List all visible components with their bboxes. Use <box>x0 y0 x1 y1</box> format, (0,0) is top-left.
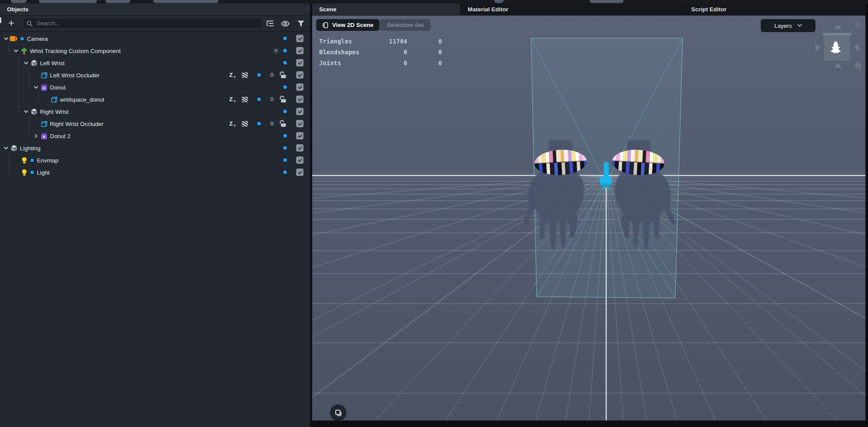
scene-object-icon <box>30 108 39 116</box>
enabled-checkbox[interactable] <box>296 144 304 152</box>
visibility-dot[interactable] <box>256 96 262 102</box>
tree-row[interactable]: Donut 2 <box>0 130 310 142</box>
visibility-dot[interactable] <box>282 48 288 53</box>
nav-cube[interactable] <box>824 35 850 61</box>
tree-row[interactable]: Camera <box>0 33 310 45</box>
component-icon <box>20 47 29 55</box>
view-2d-scene-button[interactable]: View 2D Scene <box>316 19 380 31</box>
stat-value-selected: 0 <box>407 38 442 45</box>
filter-icon[interactable] <box>296 19 306 28</box>
expand-chevron-icon[interactable] <box>32 72 40 79</box>
expand-chevron-icon[interactable] <box>32 84 40 91</box>
selection-set-button[interactable]: Selection Set <box>380 19 431 31</box>
viewport-layout-button[interactable] <box>330 404 347 421</box>
tree-row[interactable]: Left Wrist <box>0 57 310 69</box>
cutoff-toolbar-button[interactable] <box>39 0 97 3</box>
tree-row[interactable]: Donut <box>0 81 310 93</box>
tab-scene[interactable]: Scene <box>312 3 460 15</box>
search-input[interactable] <box>36 20 259 27</box>
enabled-checkbox[interactable] <box>296 120 304 127</box>
visibility-dot[interactable] <box>282 133 288 139</box>
enabled-checkbox[interactable] <box>296 96 304 103</box>
render-order-value: 0 <box>268 96 275 103</box>
stat-label: Triangles <box>319 38 365 45</box>
expand-chevron-icon[interactable] <box>22 60 30 66</box>
tree-item-label: Right Wrist Occluder <box>50 121 104 127</box>
enabled-checkbox[interactable] <box>296 156 304 164</box>
enabled-checkbox[interactable] <box>296 108 304 115</box>
enabled-checkbox[interactable] <box>296 47 304 54</box>
cutoff-toolbar-button[interactable] <box>11 0 26 3</box>
touch-blocking-icon[interactable] <box>241 120 249 127</box>
tree-row[interactable]: Left Wrist Occluder ZT 0 <box>0 69 310 81</box>
expand-chevron-icon[interactable] <box>12 47 20 54</box>
tree-row[interactable]: Envmap <box>0 154 310 166</box>
tree-row[interactable]: Lighting <box>0 142 310 154</box>
outline-view-icon[interactable] <box>265 19 275 28</box>
expand-chevron-icon[interactable] <box>12 169 20 176</box>
render-order-icon[interactable]: ZT <box>229 120 237 127</box>
svg-text:Z: Z <box>229 72 233 78</box>
tree-row[interactable]: wrldspace_donut ZT 0 <box>0 93 310 106</box>
expand-chevron-icon[interactable] <box>12 157 20 164</box>
expand-chevron-icon[interactable] <box>32 132 40 139</box>
svg-text:Z: Z <box>229 96 233 103</box>
lens-studio-window: Objects + <box>0 0 868 427</box>
enabled-checkbox[interactable] <box>296 83 304 91</box>
nav-arrow-right[interactable] <box>854 43 859 51</box>
layer-dot-icon <box>29 158 36 163</box>
cutoff-toolbar-button[interactable] <box>153 0 218 3</box>
home-view-icon[interactable] <box>853 61 863 70</box>
expand-chevron-icon[interactable] <box>32 120 40 127</box>
visibility-dot[interactable] <box>282 145 288 151</box>
visibility-dot[interactable] <box>282 36 288 41</box>
enabled-checkbox[interactable] <box>296 59 304 66</box>
tab-material-editor[interactable]: Material Editor <box>460 3 684 15</box>
enabled-checkbox[interactable] <box>296 169 304 176</box>
expand-chevron-icon[interactable] <box>2 35 10 42</box>
expand-chevron-icon[interactable] <box>22 108 30 115</box>
visibility-dot[interactable] <box>282 109 288 114</box>
visibility-dot[interactable] <box>282 169 288 175</box>
touch-blocking-icon[interactable] <box>241 72 249 79</box>
render-order-icon[interactable]: ZT <box>229 72 237 79</box>
search-box[interactable] <box>23 17 263 29</box>
touch-blocking-icon[interactable] <box>241 96 249 103</box>
visibility-dot[interactable] <box>282 84 288 90</box>
visibility-dot[interactable] <box>256 72 262 78</box>
expand-chevron-icon[interactable] <box>2 145 10 152</box>
enabled-checkbox[interactable] <box>296 71 304 79</box>
layers-dropdown[interactable]: Layers <box>761 19 815 32</box>
chevron-down-icon <box>797 24 802 27</box>
panel-divider[interactable] <box>310 3 312 427</box>
tree-row[interactable]: Right Wrist <box>0 106 310 118</box>
camera-gizmo[interactable] <box>312 16 868 424</box>
scene-3d-viewport[interactable]: View 2D Scene Selection Set Triangles 11… <box>312 16 868 424</box>
cutoff-toolbar-button[interactable] <box>590 0 624 3</box>
tree-item-label: Lighting <box>20 145 40 152</box>
nav-arrow-down[interactable] <box>834 63 842 68</box>
stat-value-selected: 0 <box>407 60 442 66</box>
render-order-icon[interactable]: ZT <box>229 96 237 103</box>
enabled-checkbox[interactable] <box>296 132 304 139</box>
gear-icon[interactable] <box>853 20 861 29</box>
visibility-dot[interactable] <box>256 121 262 126</box>
nav-arrow-left[interactable] <box>815 43 820 51</box>
add-object-button[interactable]: + <box>5 17 17 30</box>
enabled-checkbox[interactable] <box>296 35 304 42</box>
tree-row[interactable]: Right Wrist Occluder ZT 0 <box>0 118 310 130</box>
cutoff-toolbar-button[interactable] <box>106 0 130 3</box>
unlock-icon[interactable] <box>278 96 287 103</box>
visibility-dot[interactable] <box>282 157 288 163</box>
nav-arrow-up[interactable] <box>834 26 842 30</box>
selection-set-label: Selection Set <box>387 22 424 28</box>
unlock-icon[interactable] <box>278 71 287 79</box>
unlock-icon[interactable] <box>278 120 287 128</box>
visibility-icon[interactable] <box>280 19 290 28</box>
tab-script-editor[interactable]: Script Editor <box>684 3 868 15</box>
tree-row[interactable]: Light <box>0 166 310 179</box>
visibility-dot[interactable] <box>282 60 288 66</box>
cutoff-toolbar-button[interactable] <box>494 0 504 3</box>
tree-row[interactable]: Wrist Tracking Custom Component <box>0 45 310 57</box>
expand-chevron-icon[interactable] <box>42 96 50 103</box>
